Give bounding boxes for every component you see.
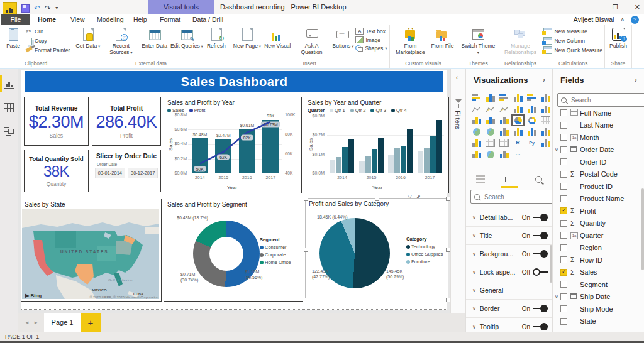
- analytics-tab[interactable]: [529, 172, 548, 187]
- field-row-last-name[interactable]: Last Name: [553, 119, 644, 132]
- field-row-state[interactable]: State: [553, 315, 644, 327]
- bar-2017-qtr-2[interactable]: [424, 148, 430, 173]
- page-tab-active[interactable]: Page 1: [44, 313, 80, 332]
- undo-icon[interactable]: ↶: [34, 4, 40, 13]
- format-tab[interactable]: [500, 172, 519, 187]
- report-canvas[interactable]: Sales Dashboard Total Revenue $2.30M Sal…: [18, 69, 450, 313]
- selection-handle[interactable]: [304, 197, 308, 201]
- data-view-button[interactable]: [0, 98, 18, 117]
- report-page[interactable]: Sales Dashboard Total Revenue $2.30M Sal…: [21, 70, 447, 310]
- bar-2017-qtr-1[interactable]: [418, 151, 423, 173]
- prev-page-arrow[interactable]: ◂: [23, 318, 31, 327]
- selection-handle[interactable]: [304, 298, 308, 302]
- bar-2014-qtr-2[interactable]: [336, 157, 341, 173]
- edit-queries-button[interactable]: ✎Edit Queries ▾: [169, 26, 204, 50]
- field-row-profit[interactable]: ΣProfit: [553, 205, 644, 217]
- tab-home[interactable]: Home: [33, 14, 61, 25]
- new-visual-button[interactable]: New Visual: [263, 26, 292, 50]
- matrix-visual-icon[interactable]: [499, 138, 509, 148]
- from-file-button[interactable]: From File: [430, 26, 455, 50]
- bar-2014-qtr-3[interactable]: [342, 147, 348, 173]
- field-row-month[interactable]: 1aMonth: [553, 131, 644, 144]
- field-checkbox[interactable]: [560, 269, 567, 276]
- field-row-product-id[interactable]: Product ID: [553, 180, 644, 193]
- field-checkbox[interactable]: [560, 305, 567, 312]
- visual-sales-by-state-map[interactable]: Sales by State: [21, 199, 162, 302]
- field-row-segment[interactable]: Segment: [553, 278, 644, 291]
- fields-search-box[interactable]: [557, 93, 644, 107]
- field-checkbox[interactable]: [560, 256, 567, 263]
- card-total-revenue[interactable]: Total Revenue $2.30M Sales: [24, 97, 89, 146]
- selection-handle[interactable]: [304, 248, 308, 252]
- qa-visual-icon[interactable]: [471, 150, 482, 159]
- report-view-button[interactable]: [0, 74, 18, 93]
- bar-2017-qtr-4[interactable]: [436, 120, 442, 173]
- stacked-area-visual-icon[interactable]: [499, 104, 509, 114]
- visual-sales-by-year-quarter[interactable]: Sales by Year and Quarter QuarterQtr 1Qt…: [304, 97, 449, 193]
- field-checkbox[interactable]: [560, 244, 567, 251]
- format-section-lock-aspe[interactable]: ∨Lock aspe...Off: [466, 263, 553, 281]
- clustered-column-visual-icon[interactable]: [513, 93, 523, 102]
- tab-format[interactable]: Format: [155, 14, 186, 25]
- field-row-row-id[interactable]: ΣRow ID: [553, 254, 644, 266]
- gauge-visual-icon[interactable]: [499, 127, 509, 136]
- signed-in-user[interactable]: Avijeet Biswal: [574, 16, 614, 23]
- publish-button[interactable]: Publish: [607, 26, 630, 50]
- 100-stacked-column-visual-icon[interactable]: [540, 93, 551, 102]
- slicer-order-date[interactable]: Slicer by Order Date Order Date 03-01-20…: [92, 150, 161, 192]
- field-row-quantity[interactable]: ΣQuantity: [553, 217, 644, 230]
- qat-customize-icon[interactable]: ▾: [55, 4, 58, 13]
- redo-icon[interactable]: ↷: [45, 4, 51, 13]
- visual-sales-profit-by-segment[interactable]: Sales and Profit by Segment SegmentConsu…: [164, 199, 303, 302]
- bar-2016-qtr-2[interactable]: [394, 148, 400, 173]
- image-button[interactable]: Image: [355, 36, 387, 43]
- filters-panel-collapsed[interactable]: ‹ Filters: [450, 69, 467, 332]
- tab-view[interactable]: View: [65, 14, 90, 25]
- bar-2015-qtr-1[interactable]: [359, 161, 365, 173]
- enter-data-button[interactable]: Enter Data: [140, 26, 169, 50]
- card-total-quantity[interactable]: Total Quantity Sold 38K Quantity: [24, 150, 89, 192]
- pie-chart[interactable]: [319, 218, 390, 288]
- field-checkbox[interactable]: [560, 195, 567, 202]
- toggle-border[interactable]: [533, 305, 548, 312]
- field-checkbox[interactable]: [560, 293, 567, 300]
- area-visual-icon[interactable]: [485, 104, 496, 114]
- field-checkbox[interactable]: [560, 134, 567, 141]
- fields-search-input[interactable]: [570, 96, 629, 104]
- add-page-button[interactable]: +: [80, 313, 101, 332]
- field-checkbox[interactable]: [560, 158, 567, 165]
- selection-handle[interactable]: [446, 298, 450, 302]
- field-checkbox[interactable]: [560, 220, 567, 227]
- line-clustered-column-visual-icon[interactable]: [526, 104, 537, 114]
- bar-2015-qtr-4[interactable]: [378, 138, 384, 173]
- python-visual-icon[interactable]: Py: [526, 138, 537, 148]
- collapse-fields-icon[interactable]: ›: [635, 75, 637, 84]
- table-visual-icon[interactable]: [485, 138, 496, 148]
- stacked-bar-visual-icon[interactable]: [471, 93, 482, 102]
- new-page-button[interactable]: New Page ▾: [232, 26, 262, 50]
- field-row-quarter[interactable]: 1aQuarter: [553, 229, 644, 242]
- format-section-detail-lab[interactable]: ∨Detail lab...On: [466, 209, 553, 227]
- selection-handle[interactable]: [375, 298, 379, 302]
- cut-button[interactable]: ✂Cut: [25, 28, 70, 35]
- new-measure-button[interactable]: New Measure: [543, 28, 602, 35]
- model-view-button[interactable]: [0, 122, 18, 141]
- field-checkbox[interactable]: [560, 281, 567, 288]
- field-row-product-name[interactable]: Product Name: [553, 193, 644, 205]
- new-column-button[interactable]: New Column: [543, 37, 602, 45]
- power-apps-visual-icon[interactable]: [499, 150, 509, 159]
- format-section-border[interactable]: ∨BorderOn: [466, 300, 553, 318]
- save-icon[interactable]: [21, 4, 30, 13]
- field-checkbox[interactable]: [560, 122, 567, 129]
- visual-sales-profit-by-year[interactable]: Sales and Profit by Year SalesProfit Sal…: [164, 97, 302, 193]
- card-visual-icon[interactable]: [513, 127, 523, 136]
- toggle-detail-lab[interactable]: [533, 214, 548, 221]
- toggle-lock-aspe[interactable]: [533, 268, 548, 276]
- scatter-visual-icon[interactable]: [499, 116, 509, 125]
- slicer-start-date[interactable]: 03-01-2014: [95, 168, 125, 178]
- kpi-visual-icon[interactable]: [540, 127, 551, 136]
- card-total-profit[interactable]: Total Profit 286.40K Profit: [92, 97, 161, 146]
- donut-visual-icon[interactable]: [526, 116, 537, 125]
- bar-2016-qtr-4[interactable]: [407, 129, 413, 173]
- copy-button[interactable]: Copy: [25, 37, 70, 45]
